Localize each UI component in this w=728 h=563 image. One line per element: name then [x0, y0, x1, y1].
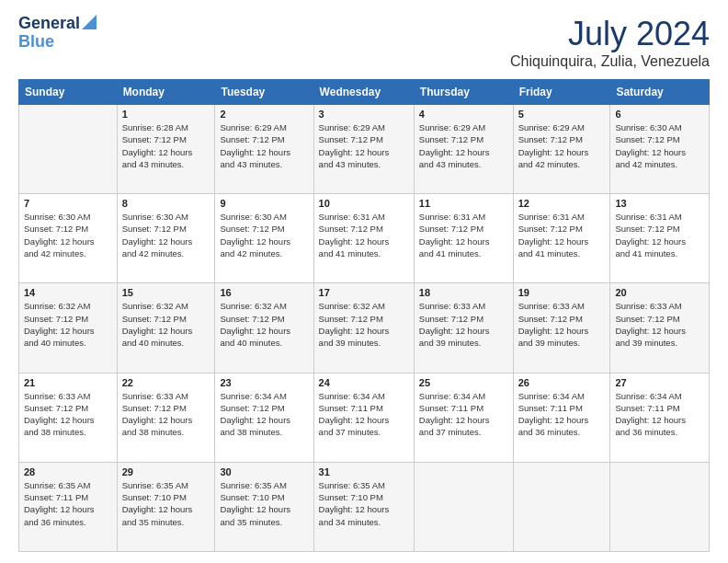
day-info: Sunrise: 6:30 AM Sunset: 7:12 PM Dayligh…	[220, 211, 308, 259]
table-row: 31Sunrise: 6:35 AM Sunset: 7:10 PM Dayli…	[313, 462, 414, 551]
day-number: 26	[518, 377, 606, 388]
day-number: 13	[615, 198, 704, 209]
table-row: 22Sunrise: 6:33 AM Sunset: 7:12 PM Dayli…	[117, 373, 215, 462]
day-number: 22	[122, 377, 210, 388]
calendar-table: Sunday Monday Tuesday Wednesday Thursday…	[18, 79, 710, 552]
col-wednesday: Wednesday	[313, 80, 414, 105]
header: General Blue July 2024 Chiquinquira, Zul…	[18, 15, 710, 70]
location-subtitle: Chiquinquira, Zulia, Venezuela	[510, 53, 710, 70]
table-row: 3Sunrise: 6:29 AM Sunset: 7:12 PM Daylig…	[313, 105, 414, 194]
table-row: 1Sunrise: 6:28 AM Sunset: 7:12 PM Daylig…	[117, 105, 215, 194]
table-row: 14Sunrise: 6:32 AM Sunset: 7:12 PM Dayli…	[19, 283, 118, 373]
day-info: Sunrise: 6:30 AM Sunset: 7:12 PM Dayligh…	[122, 211, 210, 259]
day-number: 18	[419, 287, 508, 298]
table-row: 5Sunrise: 6:29 AM Sunset: 7:12 PM Daylig…	[513, 105, 610, 194]
table-row	[414, 462, 513, 551]
calendar-week-2: 7Sunrise: 6:30 AM Sunset: 7:12 PM Daylig…	[19, 194, 710, 283]
table-row	[610, 462, 710, 551]
calendar-week-1: 1Sunrise: 6:28 AM Sunset: 7:12 PM Daylig…	[19, 105, 710, 194]
day-info: Sunrise: 6:29 AM Sunset: 7:12 PM Dayligh…	[518, 121, 606, 170]
day-info: Sunrise: 6:31 AM Sunset: 7:12 PM Dayligh…	[518, 211, 606, 259]
table-row: 17Sunrise: 6:32 AM Sunset: 7:12 PM Dayli…	[313, 283, 414, 373]
table-row: 19Sunrise: 6:33 AM Sunset: 7:12 PM Dayli…	[513, 283, 610, 373]
title-block: July 2024 Chiquinquira, Zulia, Venezuela	[510, 15, 710, 70]
day-info: Sunrise: 6:30 AM Sunset: 7:12 PM Dayligh…	[615, 121, 704, 170]
day-number: 24	[319, 377, 409, 388]
day-info: Sunrise: 6:33 AM Sunset: 7:12 PM Dayligh…	[24, 390, 112, 439]
table-row: 6Sunrise: 6:30 AM Sunset: 7:12 PM Daylig…	[610, 105, 710, 194]
day-number: 11	[419, 198, 508, 209]
table-row: 30Sunrise: 6:35 AM Sunset: 7:10 PM Dayli…	[215, 462, 313, 551]
day-info: Sunrise: 6:30 AM Sunset: 7:12 PM Dayligh…	[24, 211, 112, 259]
day-number: 7	[24, 198, 112, 209]
table-row: 15Sunrise: 6:32 AM Sunset: 7:12 PM Dayli…	[117, 283, 215, 373]
day-number: 23	[220, 377, 308, 388]
logo: General Blue	[18, 15, 97, 52]
table-row: 4Sunrise: 6:29 AM Sunset: 7:12 PM Daylig…	[414, 105, 513, 194]
day-number: 25	[419, 377, 508, 388]
col-tuesday: Tuesday	[215, 80, 313, 105]
day-info: Sunrise: 6:29 AM Sunset: 7:12 PM Dayligh…	[419, 121, 508, 170]
day-number: 15	[122, 287, 210, 298]
day-number: 27	[615, 377, 704, 388]
day-number: 9	[220, 198, 308, 209]
table-row: 25Sunrise: 6:34 AM Sunset: 7:11 PM Dayli…	[414, 373, 513, 462]
day-info: Sunrise: 6:32 AM Sunset: 7:12 PM Dayligh…	[24, 300, 112, 349]
day-number: 16	[220, 287, 308, 298]
day-number: 5	[518, 109, 606, 120]
day-number: 30	[220, 466, 308, 477]
day-info: Sunrise: 6:29 AM Sunset: 7:12 PM Dayligh…	[220, 121, 308, 170]
day-info: Sunrise: 6:34 AM Sunset: 7:11 PM Dayligh…	[615, 390, 704, 439]
table-row: 7Sunrise: 6:30 AM Sunset: 7:12 PM Daylig…	[19, 194, 118, 283]
day-info: Sunrise: 6:35 AM Sunset: 7:11 PM Dayligh…	[24, 479, 112, 528]
day-info: Sunrise: 6:32 AM Sunset: 7:12 PM Dayligh…	[319, 300, 409, 349]
day-info: Sunrise: 6:33 AM Sunset: 7:12 PM Dayligh…	[122, 390, 210, 439]
day-number: 29	[122, 466, 210, 477]
calendar-week-3: 14Sunrise: 6:32 AM Sunset: 7:12 PM Dayli…	[19, 283, 710, 373]
svg-marker-0	[82, 15, 97, 29]
day-info: Sunrise: 6:32 AM Sunset: 7:12 PM Dayligh…	[220, 300, 308, 349]
day-info: Sunrise: 6:31 AM Sunset: 7:12 PM Dayligh…	[615, 211, 704, 259]
col-saturday: Saturday	[610, 80, 710, 105]
day-number: 2	[220, 109, 308, 120]
table-row: 10Sunrise: 6:31 AM Sunset: 7:12 PM Dayli…	[313, 194, 414, 283]
day-info: Sunrise: 6:32 AM Sunset: 7:12 PM Dayligh…	[122, 300, 210, 349]
day-number: 17	[319, 287, 409, 298]
table-row: 21Sunrise: 6:33 AM Sunset: 7:12 PM Dayli…	[19, 373, 118, 462]
calendar-week-5: 28Sunrise: 6:35 AM Sunset: 7:11 PM Dayli…	[19, 462, 710, 551]
table-row: 13Sunrise: 6:31 AM Sunset: 7:12 PM Dayli…	[610, 194, 710, 283]
calendar-page: General Blue July 2024 Chiquinquira, Zul…	[0, 0, 728, 563]
table-row: 18Sunrise: 6:33 AM Sunset: 7:12 PM Dayli…	[414, 283, 513, 373]
day-info: Sunrise: 6:34 AM Sunset: 7:11 PM Dayligh…	[419, 390, 508, 439]
day-info: Sunrise: 6:33 AM Sunset: 7:12 PM Dayligh…	[615, 300, 704, 349]
day-info: Sunrise: 6:33 AM Sunset: 7:12 PM Dayligh…	[518, 300, 606, 349]
col-sunday: Sunday	[19, 80, 118, 105]
table-row: 2Sunrise: 6:29 AM Sunset: 7:12 PM Daylig…	[215, 105, 313, 194]
col-monday: Monday	[117, 80, 215, 105]
header-row: Sunday Monday Tuesday Wednesday Thursday…	[19, 80, 710, 105]
day-number: 20	[615, 287, 704, 298]
table-row: 12Sunrise: 6:31 AM Sunset: 7:12 PM Dayli…	[513, 194, 610, 283]
day-info: Sunrise: 6:29 AM Sunset: 7:12 PM Dayligh…	[319, 121, 409, 170]
table-row: 28Sunrise: 6:35 AM Sunset: 7:11 PM Dayli…	[19, 462, 118, 551]
day-info: Sunrise: 6:33 AM Sunset: 7:12 PM Dayligh…	[419, 300, 508, 349]
day-number: 14	[24, 287, 112, 298]
day-number: 21	[24, 377, 112, 388]
table-row: 20Sunrise: 6:33 AM Sunset: 7:12 PM Dayli…	[610, 283, 710, 373]
table-row: 16Sunrise: 6:32 AM Sunset: 7:12 PM Dayli…	[215, 283, 313, 373]
day-info: Sunrise: 6:31 AM Sunset: 7:12 PM Dayligh…	[319, 211, 409, 259]
table-row	[19, 105, 118, 194]
table-row: 26Sunrise: 6:34 AM Sunset: 7:11 PM Dayli…	[513, 373, 610, 462]
table-row: 24Sunrise: 6:34 AM Sunset: 7:11 PM Dayli…	[313, 373, 414, 462]
day-number: 12	[518, 198, 606, 209]
day-number: 6	[615, 109, 704, 120]
month-year-title: July 2024	[510, 15, 710, 53]
table-row: 11Sunrise: 6:31 AM Sunset: 7:12 PM Dayli…	[414, 194, 513, 283]
table-row: 29Sunrise: 6:35 AM Sunset: 7:10 PM Dayli…	[117, 462, 215, 551]
day-number: 4	[419, 109, 508, 120]
table-row	[513, 462, 610, 551]
day-info: Sunrise: 6:35 AM Sunset: 7:10 PM Dayligh…	[220, 479, 308, 528]
col-friday: Friday	[513, 80, 610, 105]
day-info: Sunrise: 6:34 AM Sunset: 7:12 PM Dayligh…	[220, 390, 308, 439]
day-info: Sunrise: 6:34 AM Sunset: 7:11 PM Dayligh…	[319, 390, 409, 439]
